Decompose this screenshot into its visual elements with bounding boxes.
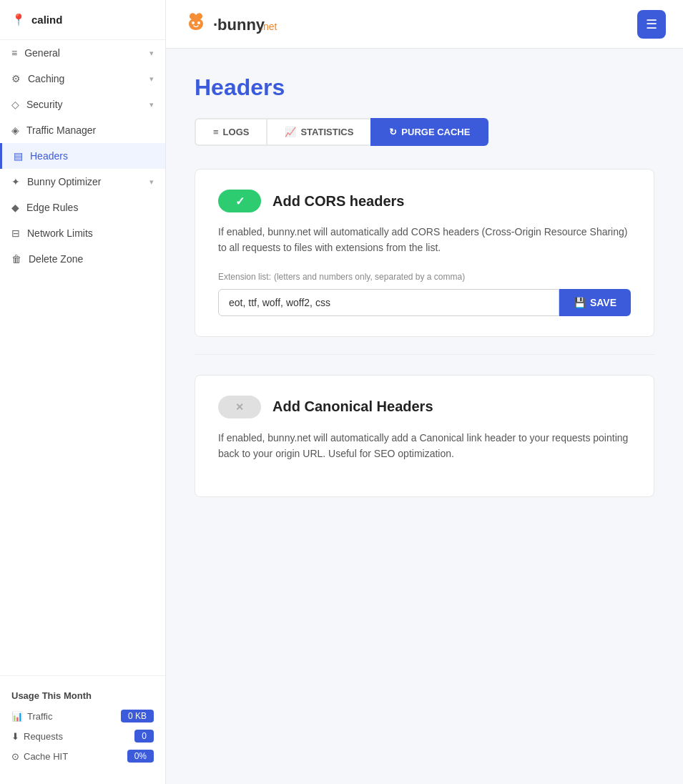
site-name: calind [31,14,62,26]
nav-label-headers: Headers [30,150,68,162]
nav-label-traffic-manager: Traffic Manager [26,124,96,136]
svg-text:·bunny: ·bunny [213,16,265,34]
sidebar-item-delete-zone[interactable]: 🗑 Delete Zone [0,246,165,272]
chevron-icon: ▾ [149,74,154,84]
nav-label-network-limits: Network Limits [27,227,93,239]
cors-section-title: Add CORS headers [272,193,404,210]
nav-item-left: ✦ Bunny Optimizer [11,176,101,187]
nav-item-left: ≡ General [11,47,60,59]
usage-row-requests: ⬇ Requests 0 [11,730,154,743]
sidebar-item-bunny-optimizer[interactable]: ✦ Bunny Optimizer ▾ [0,169,165,195]
sidebar-header: 📍 calind [0,0,165,40]
nav-icon-security: ◇ [11,99,19,110]
sidebar: 📍 calind ≡ General ▾ ⚙ Caching ▾ ◇ Secur… [0,0,166,784]
location-icon: 📍 [11,13,26,26]
svg-point-0 [192,21,195,24]
usage-icon: 📊 [11,711,23,722]
purge-icon: ↻ [389,127,397,137]
save-icon: 💾 [574,297,586,308]
sidebar-item-headers[interactable]: ▤ Headers [0,143,165,169]
usage-label: Cache HIT [24,751,68,762]
nav-label-bunny-optimizer: Bunny Optimizer [27,176,101,187]
chevron-icon: ▾ [149,49,154,58]
topbar: ·bunny .net ☰ [166,0,683,49]
nav-label-edge-rules: Edge Rules [26,202,78,213]
tab-bar: ≡ LOGS 📈 STATISTICS ↻ PURGE CACHE [195,118,654,146]
save-label: SAVE [590,297,616,308]
chevron-icon: ▾ [149,177,154,187]
usage-row-cache-hit: ⊙ Cache HIT 0% [11,750,154,763]
nav-icon-delete-zone: 🗑 [11,253,21,265]
nav-icon-headers: ▤ [14,150,23,162]
svg-text:.net: .net [260,21,277,32]
cors-toggle[interactable] [218,190,261,212]
usage-value: 0% [127,750,154,763]
svg-point-1 [197,21,200,24]
tab-statistics[interactable]: 📈 STATISTICS [266,118,370,146]
sidebar-nav: ≡ General ▾ ⚙ Caching ▾ ◇ Security ▾ ◈ T… [0,40,165,272]
usage-label: Requests [24,731,63,742]
canonical-section-title: Add Canonical Headers [272,398,433,415]
extension-input[interactable] [218,289,559,316]
sidebar-item-caching[interactable]: ⚙ Caching ▾ [0,66,165,92]
cors-section-header: Add CORS headers [218,190,631,212]
usage-row-left: ⊙ Cache HIT [11,751,68,762]
tab-purge-cache[interactable]: ↻ PURGE CACHE [370,118,488,146]
nav-icon-caching: ⚙ [11,73,21,84]
nav-item-left: ▤ Headers [14,150,68,162]
sidebar-item-security[interactable]: ◇ Security ▾ [0,92,165,117]
canonical-section: Add Canonical Headers If enabled, bunny.… [195,375,654,497]
cors-description: If enabled, bunny.net will automatically… [218,224,631,256]
nav-icon-general: ≡ [11,47,17,59]
cors-section: Add CORS headers If enabled, bunny.net w… [195,169,654,337]
nav-icon-bunny-optimizer: ✦ [11,176,20,187]
menu-button[interactable]: ☰ [637,10,666,39]
usage-value: 0 [134,730,154,743]
sidebar-item-traffic-manager[interactable]: ◈ Traffic Manager [0,117,165,143]
extension-label: Extension list: (letters and numbers onl… [218,270,631,282]
chevron-icon: ▾ [149,100,154,109]
canonical-description: If enabled, bunny.net will automatically… [218,430,631,462]
nav-item-left: ◆ Edge Rules [11,202,78,213]
hamburger-icon: ☰ [646,16,657,32]
page-title: Headers [195,74,654,101]
nav-item-left: 🗑 Delete Zone [11,253,83,265]
content-area: Headers ≡ LOGS 📈 STATISTICS ↻ PURGE CACH… [166,49,683,784]
sidebar-footer: Usage This Month 📊 Traffic 0 KB ⬇ Reques… [0,675,165,784]
usage-row-traffic: 📊 Traffic 0 KB [11,710,154,722]
tab-logs-label: LOGS [223,127,250,137]
nav-label-general: General [24,47,60,59]
usage-title: Usage This Month [11,690,154,701]
save-button[interactable]: 💾 SAVE [559,289,631,316]
nav-item-left: ⊟ Network Limits [11,227,93,239]
usage-value: 0 KB [121,710,154,722]
nav-icon-traffic-manager: ◈ [11,124,19,136]
usage-label: Traffic [27,711,52,722]
sidebar-item-general[interactable]: ≡ General ▾ [0,40,165,66]
canonical-section-header: Add Canonical Headers [218,396,631,418]
sidebar-item-edge-rules[interactable]: ◆ Edge Rules [0,195,165,220]
logo-area: ·bunny .net [183,10,283,39]
nav-item-left: ◇ Security [11,99,63,110]
usage-icon: ⬇ [11,731,19,742]
nav-label-security: Security [26,99,63,110]
tab-logs[interactable]: ≡ LOGS [195,118,266,146]
nav-icon-edge-rules: ◆ [11,202,19,213]
nav-item-left: ◈ Traffic Manager [11,124,96,136]
nav-icon-network-limits: ⊟ [11,227,20,239]
tab-purge-label: PURGE CACHE [401,127,470,137]
nav-label-delete-zone: Delete Zone [29,253,83,265]
logs-icon: ≡ [213,127,219,137]
sidebar-item-network-limits[interactable]: ⊟ Network Limits [0,220,165,246]
usage-row-left: ⬇ Requests [11,731,63,742]
main-area: ·bunny .net ☰ Headers ≡ LOGS 📈 STATISTIC… [166,0,683,784]
nav-label-caching: Caching [28,73,64,84]
usage-row-left: 📊 Traffic [11,711,52,722]
tab-statistics-label: STATISTICS [300,127,353,137]
bunny-logo: ·bunny .net [183,10,283,39]
nav-item-left: ⚙ Caching [11,73,64,84]
canonical-toggle[interactable] [218,396,261,418]
usage-icon: ⊙ [11,751,19,762]
extension-input-row: 💾 SAVE [218,289,631,316]
statistics-icon: 📈 [285,127,296,137]
